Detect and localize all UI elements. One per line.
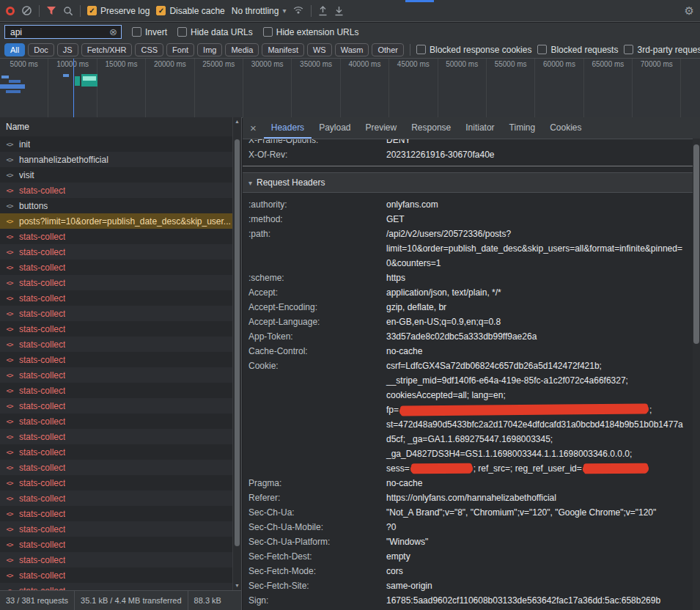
request-row[interactable]: <>stats-collect [0, 229, 233, 244]
request-row[interactable]: <>stats-collect [0, 506, 233, 521]
request-row[interactable]: <>stats-collect [0, 352, 233, 367]
filter-chip-media[interactable]: Media [225, 43, 259, 56]
details-scrollbar[interactable] [693, 139, 700, 610]
close-details-icon[interactable]: × [243, 122, 264, 134]
tab-timing[interactable]: Timing [502, 117, 543, 139]
scrollbar-thumb[interactable] [693, 144, 699, 344]
scrollbar-thumb[interactable] [235, 139, 240, 546]
request-row[interactable]: <>stats-collect [0, 460, 233, 475]
search-icon[interactable] [63, 6, 73, 16]
request-row[interactable]: <>stats-collect [0, 414, 233, 429]
request-row[interactable]: <>stats-collect [0, 290, 233, 306]
request-row[interactable]: <>stats-collect [0, 521, 233, 537]
disable-cache-checkbox[interactable]: ✓ Disable cache [156, 6, 224, 16]
filter-chip-wasm[interactable]: Wasm [335, 43, 369, 56]
request-row[interactable]: <>stats-collect [0, 244, 233, 260]
request-row[interactable]: <>stats-collect [0, 583, 233, 590]
filter-chip-manifest[interactable]: Manifest [262, 43, 304, 56]
header-value: 33d57ade8c02dbc5a333db99ff9ae26a [386, 329, 684, 344]
filter-chip-ws[interactable]: WS [307, 43, 332, 56]
request-row[interactable]: <>stats-collect [0, 567, 233, 583]
request-row[interactable]: <>stats-collect [0, 552, 233, 567]
request-row[interactable]: <>stats-collect [0, 367, 233, 383]
header-name: Cache-Control: [248, 344, 386, 359]
filter-chip-font[interactable]: Font [166, 43, 194, 56]
blocked-requests-checkbox[interactable]: Blocked requests [537, 45, 618, 55]
request-row[interactable]: <>init [0, 136, 233, 152]
request-row[interactable]: <>stats-collect [0, 444, 233, 460]
tab-payload[interactable]: Payload [312, 117, 358, 139]
request-row[interactable]: <>stats-collect [0, 337, 233, 352]
throttling-dropdown[interactable]: No throttling ▾ [232, 6, 287, 16]
export-har-icon[interactable] [334, 6, 344, 16]
request-list-panel: Name <>init<>hannahelizabethofficial<>vi… [0, 117, 242, 590]
header-row: :scheme:https [243, 271, 693, 285]
request-row[interactable]: <>buttons [0, 198, 233, 213]
request-name: stats-collect [19, 524, 65, 534]
filter-chip-all[interactable]: All [4, 43, 25, 56]
header-row: Sec-Fetch-Dest:empty [243, 549, 693, 564]
request-row[interactable]: <>stats-collect [0, 429, 233, 444]
tab-preview[interactable]: Preview [358, 117, 405, 139]
header-value: "Windows" [386, 534, 684, 549]
header-row: Referer:https://onlyfans.com/hannaheliza… [243, 490, 693, 505]
clear-network-log-icon[interactable] [21, 5, 32, 16]
tab-response[interactable]: Response [404, 117, 458, 139]
request-row[interactable]: <>stats-collect [0, 321, 233, 337]
request-row[interactable]: <>stats-collect [0, 490, 233, 506]
request-row[interactable]: <>hannahelizabethofficial [0, 152, 233, 167]
clear-filter-icon[interactable]: ⊗ [109, 27, 117, 37]
request-row[interactable]: <>stats-collect [0, 475, 233, 490]
filter-chip-css[interactable]: CSS [135, 43, 163, 56]
network-conditions-icon[interactable] [292, 6, 304, 15]
tab-initiator[interactable]: Initiator [458, 117, 501, 139]
preserve-log-checkbox[interactable]: ✓ Preserve log [87, 6, 150, 16]
request-row[interactable]: <>stats-collect [0, 383, 233, 398]
request-row[interactable]: <>stats-collect [0, 260, 233, 275]
filter-chip-img[interactable]: Img [197, 43, 222, 56]
toolbar-divider [39, 5, 40, 17]
filter-chip-js[interactable]: JS [57, 43, 78, 56]
request-row[interactable]: <>stats-collect [0, 537, 233, 552]
request-name: stats-collect [19, 355, 65, 365]
filter-input-box: ⊗ [4, 25, 122, 39]
header-row: :authority:onlyfans.com [243, 197, 693, 212]
request-row[interactable]: <>stats-collect [0, 275, 233, 290]
request-row[interactable]: <>posts?limit=10&order=publish_date_desc… [0, 213, 233, 229]
name-column-header[interactable]: Name [0, 117, 241, 137]
request-row[interactable]: <>visit [0, 167, 233, 183]
request-name: stats-collect [19, 309, 65, 319]
header-row: Sign:16785:5aad9602cf110608b03133de56364… [243, 593, 693, 608]
filter-icon[interactable] [46, 6, 56, 15]
header-value: GET [386, 212, 684, 227]
blocked-response-cookies-checkbox[interactable]: Blocked response cookies [416, 45, 531, 55]
error-request-icon: <> [4, 326, 15, 333]
record-button[interactable] [6, 7, 15, 15]
third-party-requests-checkbox[interactable]: 3rd-party requests [624, 45, 700, 55]
scroll-down-icon[interactable]: ▼ [233, 581, 241, 590]
header-name: Sec-Fetch-Dest: [248, 549, 386, 564]
invert-checkbox[interactable]: Invert [132, 27, 167, 37]
settings-gear-icon[interactable]: ⚙ [685, 5, 694, 16]
hide-data-urls-checkbox[interactable]: Hide data URLs [177, 27, 253, 37]
request-row[interactable]: <>stats-collect [0, 306, 233, 321]
filter-chip-fetch-xhr[interactable]: Fetch/XHR [81, 43, 133, 56]
filter-input[interactable] [9, 26, 106, 38]
error-request-icon: <> [4, 279, 15, 287]
redaction-scribble [410, 465, 473, 474]
request-row[interactable]: <>stats-collect [0, 398, 233, 414]
blue-strip [405, 0, 434, 2]
tab-cookies[interactable]: Cookies [542, 117, 589, 139]
request-name: posts?limit=10&order=publish_date_desc&s… [19, 216, 231, 227]
timeline-overview[interactable]: 5000 ms10000 ms15000 ms20000 ms25000 ms3… [0, 59, 700, 118]
import-har-icon[interactable] [318, 6, 328, 16]
request-headers-section[interactable]: ▾Request Headers [243, 172, 693, 193]
scroll-up-icon[interactable]: ▲ [233, 117, 241, 126]
filter-chip-other[interactable]: Other [372, 43, 404, 56]
hide-extension-urls-checkbox[interactable]: Hide extension URLs [263, 27, 359, 37]
tab-headers[interactable]: Headers [264, 117, 312, 139]
request-headers-title: Request Headers [257, 177, 325, 188]
request-row[interactable]: <>stats-collect [0, 183, 233, 198]
filter-chip-doc[interactable]: Doc [28, 43, 54, 56]
request-list-scrollbar[interactable]: ▲ ▼ [232, 117, 241, 590]
